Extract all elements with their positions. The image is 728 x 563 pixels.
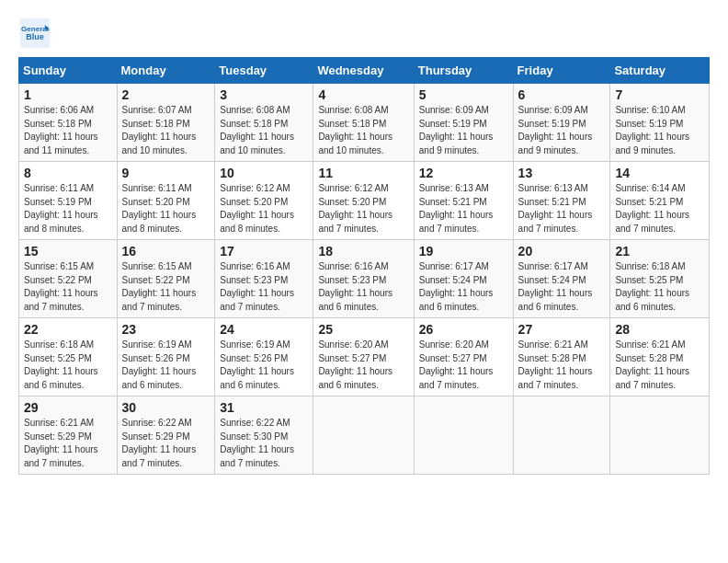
day-number: 25 — [318, 322, 408, 337]
logo-icon: General Blue — [18, 17, 51, 50]
calendar-day-10: 10Sunrise: 6:12 AM Sunset: 5:20 PM Dayli… — [215, 162, 313, 240]
day-number: 4 — [318, 87, 408, 102]
calendar-week-row: 15Sunrise: 6:15 AM Sunset: 5:22 PM Dayli… — [19, 240, 710, 318]
calendar-day-9: 9Sunrise: 6:11 AM Sunset: 5:20 PM Daylig… — [117, 162, 215, 240]
day-number: 27 — [518, 322, 606, 337]
day-number: 21 — [615, 244, 704, 259]
day-number: 11 — [318, 166, 408, 180]
day-info: Sunrise: 6:19 AM Sunset: 5:26 PM Dayligh… — [220, 339, 308, 392]
calendar-day-12: 12Sunrise: 6:13 AM Sunset: 5:21 PM Dayli… — [414, 162, 513, 240]
calendar-empty-cell — [513, 396, 610, 475]
day-number: 13 — [518, 166, 606, 180]
day-number: 18 — [318, 244, 408, 259]
calendar-header-monday: Monday — [117, 58, 215, 84]
calendar-day-21: 21Sunrise: 6:18 AM Sunset: 5:25 PM Dayli… — [610, 240, 710, 318]
calendar-day-5: 5Sunrise: 6:09 AM Sunset: 5:19 PM Daylig… — [414, 84, 513, 162]
day-info: Sunrise: 6:08 AM Sunset: 5:18 PM Dayligh… — [220, 104, 308, 157]
day-info: Sunrise: 6:20 AM Sunset: 5:27 PM Dayligh… — [318, 339, 408, 392]
calendar-day-4: 4Sunrise: 6:08 AM Sunset: 5:18 PM Daylig… — [313, 84, 414, 162]
calendar-day-17: 17Sunrise: 6:16 AM Sunset: 5:23 PM Dayli… — [215, 240, 313, 318]
day-info: Sunrise: 6:15 AM Sunset: 5:22 PM Dayligh… — [122, 260, 210, 314]
calendar-day-13: 13Sunrise: 6:13 AM Sunset: 5:21 PM Dayli… — [513, 162, 610, 240]
calendar-day-1: 1Sunrise: 6:06 AM Sunset: 5:18 PM Daylig… — [19, 84, 118, 162]
day-info: Sunrise: 6:19 AM Sunset: 5:26 PM Dayligh… — [122, 339, 210, 392]
day-info: Sunrise: 6:13 AM Sunset: 5:21 PM Dayligh… — [518, 182, 606, 236]
day-info: Sunrise: 6:17 AM Sunset: 5:24 PM Dayligh… — [518, 260, 606, 314]
day-info: Sunrise: 6:13 AM Sunset: 5:21 PM Dayligh… — [419, 182, 508, 236]
calendar-day-15: 15Sunrise: 6:15 AM Sunset: 5:22 PM Dayli… — [19, 240, 118, 318]
calendar-day-27: 27Sunrise: 6:21 AM Sunset: 5:28 PM Dayli… — [513, 318, 610, 396]
day-info: Sunrise: 6:16 AM Sunset: 5:23 PM Dayligh… — [318, 260, 408, 314]
day-info: Sunrise: 6:18 AM Sunset: 5:25 PM Dayligh… — [615, 260, 704, 314]
day-number: 20 — [518, 244, 606, 259]
day-info: Sunrise: 6:11 AM Sunset: 5:20 PM Dayligh… — [122, 182, 210, 236]
calendar-header-tuesday: Tuesday — [215, 58, 313, 84]
day-info: Sunrise: 6:22 AM Sunset: 5:30 PM Dayligh… — [220, 417, 308, 470]
calendar-day-3: 3Sunrise: 6:08 AM Sunset: 5:18 PM Daylig… — [215, 84, 313, 162]
calendar-day-6: 6Sunrise: 6:09 AM Sunset: 5:19 PM Daylig… — [513, 84, 610, 162]
day-info: Sunrise: 6:21 AM Sunset: 5:29 PM Dayligh… — [24, 417, 112, 470]
day-number: 9 — [122, 166, 210, 180]
calendar-day-18: 18Sunrise: 6:16 AM Sunset: 5:23 PM Dayli… — [313, 240, 414, 318]
day-number: 7 — [615, 87, 704, 102]
day-info: Sunrise: 6:17 AM Sunset: 5:24 PM Dayligh… — [419, 260, 508, 314]
day-info: Sunrise: 6:21 AM Sunset: 5:28 PM Dayligh… — [615, 339, 704, 392]
day-number: 12 — [419, 166, 508, 180]
calendar-header-thursday: Thursday — [414, 58, 513, 84]
day-info: Sunrise: 6:16 AM Sunset: 5:23 PM Dayligh… — [220, 260, 308, 314]
calendar-empty-cell — [313, 396, 414, 475]
calendar-day-7: 7Sunrise: 6:10 AM Sunset: 5:19 PM Daylig… — [610, 84, 710, 162]
day-info: Sunrise: 6:22 AM Sunset: 5:29 PM Dayligh… — [122, 417, 210, 470]
day-number: 5 — [419, 87, 508, 102]
calendar-table: SundayMondayTuesdayWednesdayThursdayFrid… — [18, 57, 710, 475]
calendar-header-row: SundayMondayTuesdayWednesdayThursdayFrid… — [19, 58, 710, 84]
calendar-day-8: 8Sunrise: 6:11 AM Sunset: 5:19 PM Daylig… — [19, 162, 118, 240]
calendar-day-24: 24Sunrise: 6:19 AM Sunset: 5:26 PM Dayli… — [215, 318, 313, 396]
day-number: 3 — [220, 87, 308, 102]
calendar-empty-cell — [414, 396, 513, 475]
day-info: Sunrise: 6:09 AM Sunset: 5:19 PM Dayligh… — [518, 104, 606, 157]
calendar-day-16: 16Sunrise: 6:15 AM Sunset: 5:22 PM Dayli… — [117, 240, 215, 318]
day-number: 19 — [419, 244, 508, 259]
calendar-week-row: 1Sunrise: 6:06 AM Sunset: 5:18 PM Daylig… — [19, 84, 710, 162]
day-info: Sunrise: 6:07 AM Sunset: 5:18 PM Dayligh… — [122, 104, 210, 157]
day-info: Sunrise: 6:06 AM Sunset: 5:18 PM Dayligh… — [24, 104, 112, 157]
calendar-day-19: 19Sunrise: 6:17 AM Sunset: 5:24 PM Dayli… — [414, 240, 513, 318]
day-number: 10 — [220, 166, 308, 180]
calendar-day-22: 22Sunrise: 6:18 AM Sunset: 5:25 PM Dayli… — [19, 318, 118, 396]
day-number: 26 — [419, 322, 508, 337]
page: General Blue SundayMondayTuesdayWednesda… — [0, 0, 728, 563]
day-number: 22 — [24, 322, 112, 337]
calendar-week-row: 22Sunrise: 6:18 AM Sunset: 5:25 PM Dayli… — [19, 318, 710, 396]
calendar-header-sunday: Sunday — [19, 58, 118, 84]
day-number: 31 — [220, 400, 308, 415]
logo: General Blue — [18, 17, 51, 50]
calendar-week-row: 29Sunrise: 6:21 AM Sunset: 5:29 PM Dayli… — [19, 396, 710, 475]
calendar-header-friday: Friday — [513, 58, 610, 84]
calendar-empty-cell — [610, 396, 710, 475]
calendar-day-26: 26Sunrise: 6:20 AM Sunset: 5:27 PM Dayli… — [414, 318, 513, 396]
svg-text:Blue: Blue — [26, 32, 44, 41]
day-number: 15 — [24, 244, 112, 259]
day-info: Sunrise: 6:20 AM Sunset: 5:27 PM Dayligh… — [419, 339, 508, 392]
day-info: Sunrise: 6:08 AM Sunset: 5:18 PM Dayligh… — [318, 104, 408, 157]
header: General Blue — [18, 17, 710, 50]
day-number: 6 — [518, 87, 606, 102]
calendar-day-31: 31Sunrise: 6:22 AM Sunset: 5:30 PM Dayli… — [215, 396, 313, 475]
day-number: 1 — [24, 87, 112, 102]
day-info: Sunrise: 6:09 AM Sunset: 5:19 PM Dayligh… — [419, 104, 508, 157]
calendar-day-30: 30Sunrise: 6:22 AM Sunset: 5:29 PM Dayli… — [117, 396, 215, 475]
calendar-day-29: 29Sunrise: 6:21 AM Sunset: 5:29 PM Dayli… — [19, 396, 118, 475]
calendar-day-2: 2Sunrise: 6:07 AM Sunset: 5:18 PM Daylig… — [117, 84, 215, 162]
day-info: Sunrise: 6:15 AM Sunset: 5:22 PM Dayligh… — [24, 260, 112, 314]
calendar-day-25: 25Sunrise: 6:20 AM Sunset: 5:27 PM Dayli… — [313, 318, 414, 396]
calendar-day-28: 28Sunrise: 6:21 AM Sunset: 5:28 PM Dayli… — [610, 318, 710, 396]
day-info: Sunrise: 6:18 AM Sunset: 5:25 PM Dayligh… — [24, 339, 112, 392]
day-info: Sunrise: 6:12 AM Sunset: 5:20 PM Dayligh… — [318, 182, 408, 236]
calendar-header-saturday: Saturday — [610, 58, 710, 84]
day-number: 29 — [24, 400, 112, 415]
day-info: Sunrise: 6:12 AM Sunset: 5:20 PM Dayligh… — [220, 182, 308, 236]
day-number: 30 — [122, 400, 210, 415]
calendar-day-20: 20Sunrise: 6:17 AM Sunset: 5:24 PM Dayli… — [513, 240, 610, 318]
day-number: 16 — [122, 244, 210, 259]
